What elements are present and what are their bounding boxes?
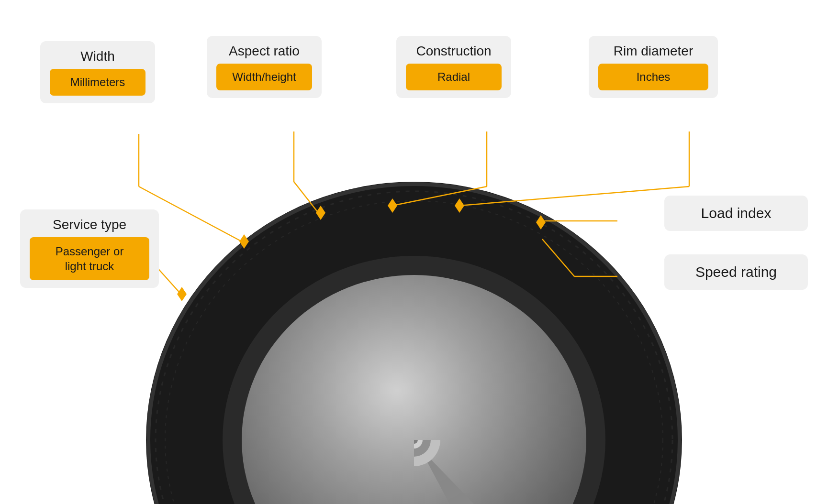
svg-marker-5 [401,335,427,430]
svg-marker-21 [388,198,397,213]
svg-point-11 [388,414,440,466]
aspect-ratio-card: Aspect ratio Width/height [207,36,322,98]
svg-point-15 [156,191,672,504]
svg-point-3 [223,256,605,504]
svg-marker-23 [536,215,546,230]
service-type-title: Service type [30,217,149,232]
svg-line-27 [294,182,318,213]
svg-marker-20 [316,206,325,220]
svg-line-29 [392,186,487,206]
svg-point-2 [148,184,680,504]
svg-text:P 205 /55  R  16  91S: P 205 /55 R 16 91S [157,131,493,294]
svg-point-16 [165,201,663,504]
main-container: P 205 /55 R 16 91S [0,0,828,504]
svg-point-13 [405,431,423,449]
svg-marker-10 [310,394,409,449]
svg-marker-19 [239,234,249,249]
speed-rating-card: Speed rating [664,254,808,290]
svg-marker-8 [409,440,487,504]
construction-value: Radial [406,64,502,90]
svg-marker-18 [177,287,187,301]
rim-diameter-title: Rim diameter [598,44,708,59]
construction-title: Construction [406,44,502,59]
svg-marker-7 [419,394,518,449]
rim-diameter-value: Inches [598,64,708,90]
width-card: Width Millimeters [40,41,155,103]
speed-rating-title: Speed rating [678,264,794,280]
aspect-ratio-title: Aspect ratio [216,44,312,59]
width-title: Width [50,49,145,64]
svg-marker-6 [401,335,427,430]
svg-point-1 [146,182,682,504]
service-type-card: Service type Passenger or light truck [20,209,159,288]
rim-diameter-card: Rim diameter Inches [589,36,718,98]
construction-card: Construction Radial [396,36,511,98]
svg-line-31 [459,186,689,206]
service-type-value: Passenger or light truck [30,237,149,280]
svg-point-12 [397,423,431,457]
load-index-title: Load index [678,205,794,221]
aspect-ratio-value: Width/height [216,64,312,90]
width-value: Millimeters [50,69,145,96]
svg-marker-22 [455,198,464,213]
svg-point-14 [410,436,418,444]
svg-line-37 [542,239,574,276]
svg-marker-9 [341,440,419,504]
svg-point-4 [242,275,586,504]
load-index-card: Load index [664,196,808,231]
